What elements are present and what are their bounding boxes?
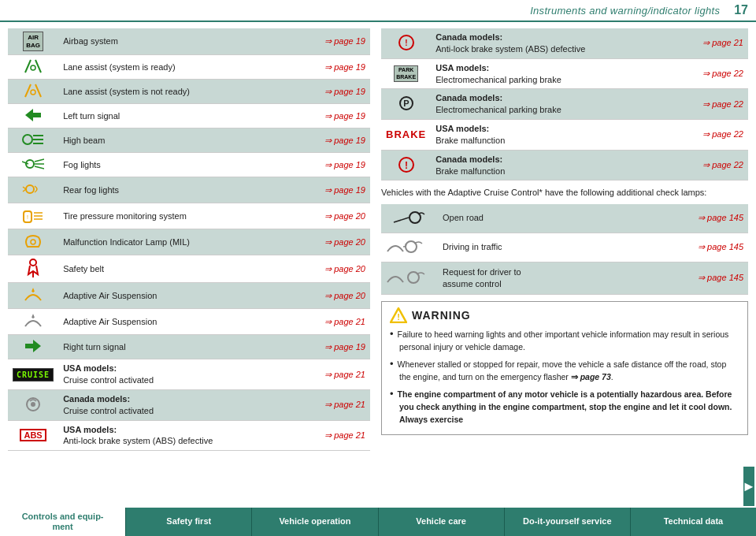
table-row: AIRBAGAirbag system⇒ page 19 (8, 28, 370, 55)
page-ref-cell: ⇒ page 19 (315, 335, 370, 359)
icon-cell: AIRBAG (8, 28, 58, 55)
svg-line-15 (35, 166, 44, 169)
icon-cell: PARKBRAKE (381, 58, 431, 89)
svg-text:!: ! (27, 214, 28, 220)
svg-point-5 (31, 90, 35, 95)
description-cell: Malfunction Indicator Lamp (MIL) (58, 229, 315, 255)
table-row: Fog lights⇒ page 19 (8, 153, 370, 177)
icon-cell: BRAKE (381, 120, 431, 151)
page-ref-cell: ⇒ page 19 (315, 128, 370, 153)
page-ref-cell: ⇒ page 145 (693, 204, 748, 233)
cruise-icon-cell (381, 262, 438, 294)
main-content: AIRBAGAirbag system⇒ page 19Lane assist … (0, 22, 756, 451)
warning-header: ! WARNING (390, 307, 739, 323)
svg-point-33 (31, 402, 35, 407)
table-row: PCanada models:Electromechanical parking… (381, 89, 748, 120)
description-cell: Canada models:Electromechanical parking … (431, 89, 693, 120)
warning-text-body: Failure to heed warning lights and other… (390, 327, 739, 426)
warning-bullet: The engine compartment of any motor vehi… (390, 387, 739, 426)
page-ref-cell: ⇒ page 22 (693, 89, 748, 120)
icon-cell (8, 153, 58, 177)
warning-bullet: Failure to heed warning lights and other… (390, 327, 739, 354)
table-row: !Canada models:Brake malfunction⇒ page 2… (381, 150, 748, 181)
description-cell: Safety belt (58, 255, 315, 283)
description-cell: Airbag system (58, 28, 315, 55)
page-ref-cell: ⇒ page 19 (315, 80, 370, 104)
page-ref-cell: ⇒ page 20 (315, 283, 370, 309)
page-ref-cell: ⇒ page 19 (315, 104, 370, 128)
header-title: Instruments and warning/indicator lights (530, 5, 720, 17)
page-ref-cell: ⇒ page 21 (693, 28, 748, 58)
icon-cell: P (381, 89, 431, 120)
svg-point-2 (31, 65, 35, 70)
table-row: Lane assist (system is ready)⇒ page 19 (8, 55, 370, 80)
page-ref-cell: ⇒ page 22 (693, 120, 748, 151)
table-row: Safety belt⇒ page 20 (8, 255, 370, 283)
table-row: Canada models:Cruise control activated⇒ … (8, 389, 370, 420)
page-ref-cell: ⇒ page 22 (693, 58, 748, 89)
icon-cell (8, 128, 58, 153)
svg-text:P: P (403, 99, 409, 108)
table-row: Open road⇒ page 145 (381, 204, 748, 233)
page-ref-cell: ⇒ page 19 (315, 55, 370, 80)
right-indicator-table: !Canada models:Anti-lock brake system (A… (381, 28, 748, 181)
next-page-arrow[interactable]: ► (743, 467, 754, 506)
page-header: Instruments and warning/indicator lights… (0, 0, 756, 22)
table-row: ABSUSA models:Anti-lock brake system (AB… (8, 420, 370, 451)
svg-text:!: ! (397, 312, 400, 322)
description-cell: USA models:Anti-lock brake system (ABS) … (58, 420, 315, 451)
svg-line-13 (35, 159, 44, 162)
cruise-intro-text: Vehicles with the Adaptive Cruise Contro… (381, 187, 748, 199)
description-cell: Left turn signal (58, 104, 315, 128)
bottom-navigation[interactable]: Controls and equip-mentSafety firstVehic… (0, 508, 756, 536)
page-ref-cell: ⇒ page 22 (693, 150, 748, 181)
page-ref-cell: ⇒ page 145 (693, 262, 748, 294)
svg-line-40 (394, 218, 409, 222)
cruise-icon-cell (381, 233, 438, 262)
table-row: PARKBRAKEUSA models:Electromechanical pa… (381, 58, 748, 89)
page-ref-cell: ⇒ page 19 (315, 153, 370, 177)
table-row: Adaptive Air Suspension⇒ page 20 (8, 283, 370, 309)
left-column: AIRBAGAirbag system⇒ page 19Lane assist … (8, 28, 370, 451)
description-cell: Tire pressure monitoring system (58, 203, 315, 229)
svg-marker-6 (25, 109, 41, 121)
description-cell: High beam (58, 128, 315, 153)
cruise-desc-cell: Open road (438, 204, 693, 233)
svg-line-4 (35, 84, 41, 97)
svg-line-0 (25, 60, 31, 73)
page-ref-cell: ⇒ page 21 (315, 389, 370, 420)
bottom-nav-item[interactable]: Do-it-yourself service (505, 508, 631, 536)
table-row: !Canada models:Anti-lock brake system (A… (381, 28, 748, 58)
icon-cell (8, 283, 58, 309)
page-ref-cell: ⇒ page 20 (315, 229, 370, 255)
table-row: Driving in traffic⇒ page 145 (381, 233, 748, 262)
svg-line-3 (25, 84, 31, 97)
icon-cell: ! (8, 203, 58, 229)
page-number: 17 (734, 3, 748, 17)
icon-cell (8, 229, 58, 255)
svg-point-7 (23, 135, 32, 144)
description-cell: Lane assist (system is ready) (58, 55, 315, 80)
table-row: !Tire pressure monitoring system⇒ page 2… (8, 203, 370, 229)
page-ref-cell: ⇒ page 19 (315, 28, 370, 55)
warning-title: WARNING (412, 309, 471, 322)
description-cell: Fog lights (58, 153, 315, 177)
cruise-icon-cell (381, 204, 438, 233)
bottom-nav-item[interactable]: Safety first (126, 508, 252, 536)
table-row: Lane assist (system is not ready)⇒ page … (8, 80, 370, 104)
icon-cell: CRUISE (8, 359, 58, 390)
bottom-nav-item[interactable]: Vehicle care (379, 508, 505, 536)
bottom-nav-item[interactable]: Vehicle operation (252, 508, 378, 536)
svg-line-1 (35, 60, 41, 73)
bottom-nav-item[interactable]: Technical data (631, 508, 756, 536)
bottom-nav-item[interactable]: Controls and equip-ment (0, 508, 126, 536)
description-cell: Adaptive Air Suspension (58, 309, 315, 335)
icon-cell: ! (381, 28, 431, 58)
table-row: Rear fog lights⇒ page 19 (8, 177, 370, 203)
table-row: Left turn signal⇒ page 19 (8, 104, 370, 128)
icon-cell: ABS (8, 420, 58, 451)
page-ref-cell: ⇒ page 145 (693, 233, 748, 262)
left-indicator-table: AIRBAGAirbag system⇒ page 19Lane assist … (8, 28, 370, 451)
svg-text:!: ! (405, 160, 408, 171)
icon-cell (8, 309, 58, 335)
